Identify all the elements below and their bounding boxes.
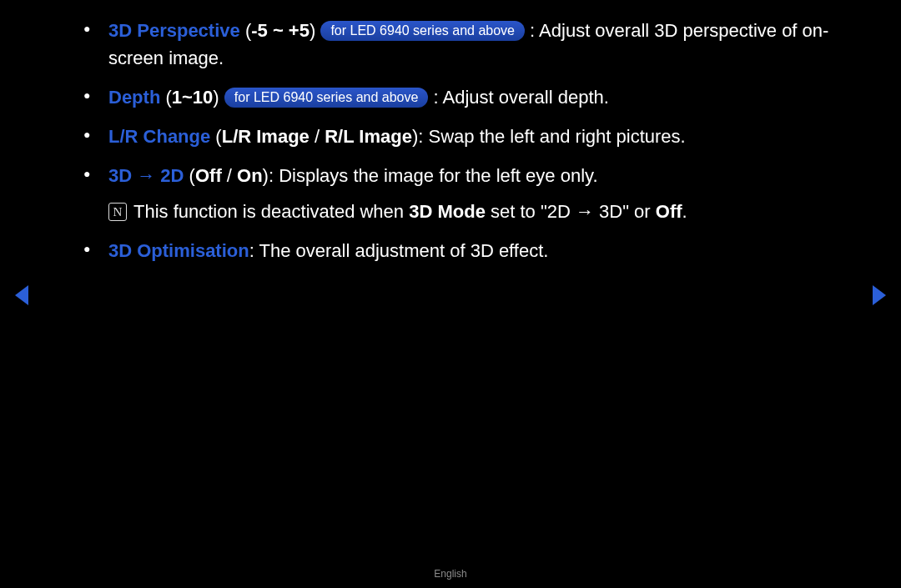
colon: : <box>428 87 442 108</box>
nb: ( <box>210 126 221 147</box>
nav-arrow-left-icon[interactable] <box>15 285 28 305</box>
item-3d-perspective: 3D Perspective (-5 ~ +5) for LED 6940 se… <box>83 17 843 72</box>
range-value: 1~10 <box>172 87 214 108</box>
series-badge: for LED 6940 series and above <box>224 88 429 108</box>
note-text-pre: This function is deactivated when <box>133 201 409 222</box>
nb: ( <box>184 165 194 186</box>
footer-language: English <box>0 568 901 580</box>
colon: : <box>525 20 539 41</box>
nb: ( <box>160 87 171 108</box>
nb: ( <box>240 20 251 41</box>
item-title: Depth <box>108 87 160 108</box>
slash: / <box>222 165 237 186</box>
note-bold-1: 3D Mode <box>409 201 486 222</box>
series-badge: for LED 6940 series and above <box>320 21 525 41</box>
item-3d-to-2d: 3D → 2D (Off / On): Displays the image f… <box>83 162 843 189</box>
item-depth: Depth (1~10) for LED 6940 series and abo… <box>83 83 843 111</box>
note-text-mid: set to "2D → 3D" or <box>486 201 656 222</box>
item-description: Swap the left and right pictures. <box>428 126 685 147</box>
option-2: R/L Image <box>325 126 412 147</box>
settings-list: 3D Perspective (-5 ~ +5) for LED 6940 se… <box>83 17 843 264</box>
colon: : <box>249 240 259 261</box>
note-bold-2: Off <box>656 201 682 222</box>
option-2: On <box>237 165 263 186</box>
item-title: 3D Perspective <box>108 20 240 41</box>
option-1: L/R Image <box>222 126 310 147</box>
note-row: NThis function is deactivated when 3D Mo… <box>83 198 843 225</box>
note-text-post: . <box>682 201 687 222</box>
range-value: -5 ~ +5 <box>251 20 310 41</box>
item-title: 3D → 2D <box>108 165 184 186</box>
slash: / <box>310 126 325 147</box>
item-description: Displays the image for the left eye only… <box>279 165 597 186</box>
item-title: 3D Optimisation <box>108 240 249 261</box>
item-title: L/R Change <box>108 126 210 147</box>
item-3d-optimisation: 3D Optimisation: The overall adjustment … <box>83 237 843 264</box>
nb: ): <box>263 165 279 186</box>
item-description: Adjust overall depth. <box>443 87 609 108</box>
nav-arrow-right-icon[interactable] <box>873 285 886 305</box>
nb: ) <box>310 20 320 41</box>
nb: ) <box>213 87 224 108</box>
note-icon: N <box>108 203 127 221</box>
nb: ): <box>412 126 429 147</box>
item-description: The overall adjustment of 3D effect. <box>259 240 549 261</box>
content-area: 3D Perspective (-5 ~ +5) for LED 6940 se… <box>83 17 843 276</box>
item-lr-change: L/R Change (L/R Image / R/L Image): Swap… <box>83 123 843 150</box>
option-1: Off <box>195 165 222 186</box>
